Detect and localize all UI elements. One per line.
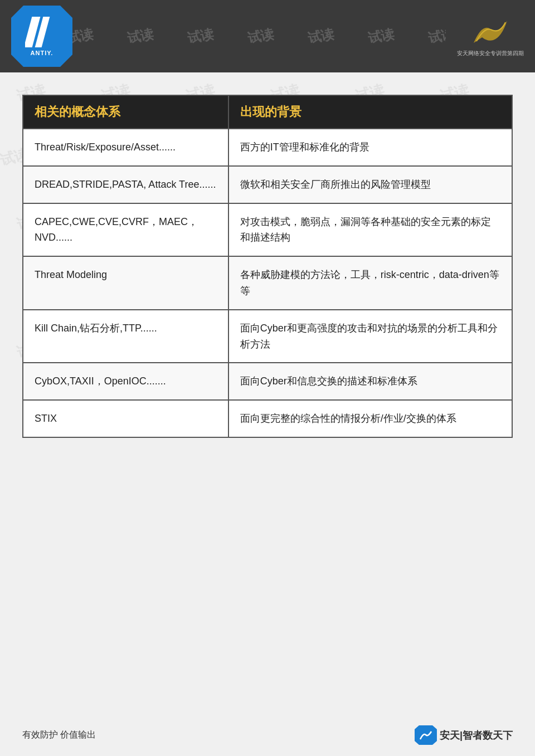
table-row: DREAD,STRIDE,PASTA, Attack Tree......微软和… [23,166,512,203]
table-cell-right-5: 面向Cyber和信息交换的描述和标准体系 [228,363,512,400]
header-wm-5: 试读 [307,25,336,47]
header-wm-7: 试读 [427,25,446,47]
header-wm-2: 试读 [126,25,155,47]
table-cell-right-0: 西方的IT管理和标准化的背景 [228,129,512,166]
table-cell-left-3: Threat Modeling [23,256,228,310]
table-row: CAPEC,CWE,CVE,CVRF，MAEC，NVD......对攻击模式，脆… [23,203,512,257]
brand-subtitle: 安天网络安全专训营第四期 [457,50,524,57]
header-right-logo: 安天网络安全专训营第四期 [457,15,524,57]
table-row: Threat Modeling各种威胁建模的方法论，工具，risk-centri… [23,256,512,310]
table-cell-left-0: Threat/Risk/Exposure/Asset...... [23,129,228,166]
table-cell-right-6: 面向更完整的综合性的情报分析/作业/交换的体系 [228,400,512,437]
col2-header: 出现的背景 [228,95,512,129]
table-row: Kill Chain,钻石分析,TTP......面向Cyber和更高强度的攻击… [23,310,512,363]
table-cell-left-6: STIX [23,400,228,437]
table-row: STIX面向更完整的综合性的情报分析/作业/交换的体系 [23,400,512,437]
main-content: 试读 试读 试读 试读 试读 试读 试读 试读 试读 试读 试读 试读 试读 试… [0,72,535,449]
header-wm-6: 试读 [367,25,396,47]
header-wm-3: 试读 [186,25,216,47]
logo: ANTIY. [11,6,72,67]
footer-logo-icon [415,725,437,745]
table-row: CybOX,TAXII，OpenIOC.......面向Cyber和信息交换的描… [23,363,512,400]
footer-left-text: 有效防护 价值输出 [22,729,96,741]
header-wm-4: 试读 [246,25,276,47]
table-cell-right-3: 各种威胁建模的方法论，工具，risk-centric，data-driven等等 [228,256,512,310]
header: ANTIY. 试读 试读 试读 试读 试读 试读 试读 安天网络安全专训营第四期 [0,0,535,72]
col1-header: 相关的概念体系 [23,95,228,129]
table-cell-left-5: CybOX,TAXII，OpenIOC....... [23,363,228,400]
table-cell-left-2: CAPEC,CWE,CVE,CVRF，MAEC，NVD...... [23,203,228,257]
footer-brand-text: 安天|智者数天下 [440,729,513,742]
footer: 有效防护 价值输出 安天|智者数天下 [22,725,513,745]
header-watermarks: 试读 试读 试读 试读 试读 试读 试读 [67,0,446,72]
table-cell-left-4: Kill Chain,钻石分析,TTP...... [23,310,228,363]
table-cell-right-4: 面向Cyber和更高强度的攻击和对抗的场景的分析工具和分析方法 [228,310,512,363]
table-cell-right-2: 对攻击模式，脆弱点，漏洞等各种基础的安全元素的标定和描述结构 [228,203,512,257]
brand-icon [468,15,513,48]
concepts-table: 相关的概念体系 出现的背景 Threat/Risk/Exposure/Asset… [22,95,513,438]
logo-stripes [25,17,59,47]
footer-logo: 安天|智者数天下 [415,725,513,745]
table-row: Threat/Risk/Exposure/Asset......西方的IT管理和… [23,129,512,166]
table-cell-left-1: DREAD,STRIDE,PASTA, Attack Tree...... [23,166,228,203]
logo-text: ANTIY. [31,50,54,56]
table-cell-right-1: 微软和相关安全厂商所推出的风险管理模型 [228,166,512,203]
